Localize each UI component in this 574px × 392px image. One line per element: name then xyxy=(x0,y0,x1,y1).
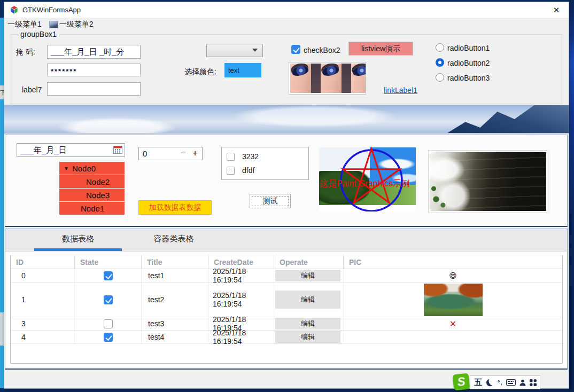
cell-title: test2 xyxy=(142,283,208,317)
sky-banner-image xyxy=(4,105,569,134)
pic-lake-image xyxy=(424,284,483,316)
row-state-checkbox[interactable] xyxy=(104,333,113,342)
checkbox-icon[interactable] xyxy=(227,167,235,175)
grid-header: ID State Title CreateDate Operate PIC xyxy=(11,255,562,269)
numeric-increment-icon[interactable]: + xyxy=(192,148,198,159)
grid-menu-icon[interactable] xyxy=(530,379,537,386)
row-state-checkbox[interactable] xyxy=(104,319,113,328)
mountain-image xyxy=(446,105,569,134)
ime-toolbar: 五 °, xyxy=(470,375,540,389)
label7: label7 xyxy=(22,85,42,94)
tree-node-label: Node2 xyxy=(86,177,110,186)
password-input[interactable]: ******* xyxy=(47,64,141,76)
color-label: 选择颜色: xyxy=(184,67,216,77)
pic-emoji: 😄 xyxy=(449,271,457,280)
edit-button[interactable]: 编辑 xyxy=(275,331,340,343)
cell-title: test1 xyxy=(142,269,208,282)
tree-view: ▼ Node0 Node2 Node3 Node1 xyxy=(59,162,125,215)
checklist-item-3232[interactable]: 3232 xyxy=(222,150,308,163)
cell-title: test4 xyxy=(142,331,208,343)
sogou-ime-logo[interactable]: S xyxy=(453,373,470,391)
radio-button1[interactable] xyxy=(436,43,444,52)
keyboard-icon[interactable] xyxy=(506,379,516,386)
desktop-icon-label: 下 xyxy=(0,85,4,99)
app-icon xyxy=(10,5,19,14)
waterfall-picturebox xyxy=(428,150,548,213)
cell-id: 3 xyxy=(11,317,75,330)
desktop-left-strip xyxy=(0,18,4,312)
tree-node-3[interactable]: Node3 xyxy=(59,189,125,201)
close-icon[interactable]: ✕ xyxy=(550,4,562,16)
grid-panel: 数据表格 容器类表格 ID State Title CreateDate Ope… xyxy=(5,229,568,370)
label7-input[interactable] xyxy=(47,82,141,96)
color-picker-box[interactable]: text xyxy=(224,63,261,77)
combobox[interactable] xyxy=(206,44,263,57)
radio-button3-label: radioButton3 xyxy=(447,74,490,82)
person-icon[interactable] xyxy=(519,379,526,386)
calendar-icon[interactable] xyxy=(113,145,122,156)
cell-createdate: 2025/1/18 16:19:54 xyxy=(208,331,274,343)
col-header-state[interactable]: State xyxy=(75,255,142,269)
moon-icon[interactable] xyxy=(486,379,494,387)
load-data-button[interactable]: 加载数据表数据 xyxy=(138,200,212,215)
checked-listbox: 3232 dfdf xyxy=(221,147,309,180)
listview-demo-button[interactable]: listview演示 xyxy=(348,42,413,56)
col-header-title[interactable]: Title xyxy=(142,255,208,269)
title-bar[interactable]: GTKWinFormsApp ✕ xyxy=(4,2,569,18)
eye-image-tile xyxy=(321,64,351,93)
combobox-value xyxy=(207,45,210,53)
radio-button1-label: radioButton1 xyxy=(447,44,490,52)
numeric-updown[interactable]: 0 − + xyxy=(138,147,203,160)
test-button[interactable]: 测试 xyxy=(250,194,291,208)
ime-punctuation-button[interactable]: °, xyxy=(498,379,502,386)
tree-node-2[interactable]: Node2 xyxy=(59,175,125,188)
tab-strip: 数据表格 容器类表格 xyxy=(5,229,567,252)
app-window: GTKWinFormsApp ✕ 一级菜单1 一级菜单2 groupBox1 掩… xyxy=(4,2,569,388)
checklist-item-label: 3232 xyxy=(242,152,259,161)
edit-button[interactable]: 编辑 xyxy=(275,291,340,309)
numeric-decrement-icon[interactable]: − xyxy=(181,148,186,159)
table-row[interactable]: 4 test4 2025/1/18 16:19:54 编辑 xyxy=(11,331,562,344)
radio-button2[interactable] xyxy=(436,58,444,67)
cell-title: test3 xyxy=(142,317,208,330)
date-picker[interactable]: ___年_月_日 xyxy=(17,143,125,157)
checklist-item-dfdf[interactable]: dfdf xyxy=(222,163,308,177)
table-row[interactable]: 3 test3 2025/1/18 16:19:54 编辑 ✕ xyxy=(11,317,562,331)
eye-image-tile xyxy=(290,64,321,93)
ime-mode-button[interactable]: 五 xyxy=(474,378,482,388)
radio-button3[interactable] xyxy=(436,73,444,82)
checkbox-icon[interactable] xyxy=(227,153,235,161)
row-state-checkbox[interactable] xyxy=(104,271,113,280)
tab-container-grid[interactable]: 容器类表格 xyxy=(143,229,204,248)
table-row[interactable]: 1 test2 2025/1/18 16:19:54 编辑 xyxy=(11,283,562,317)
mask-input[interactable]: ___年_月_日 _时_分 xyxy=(47,45,141,59)
tree-node-label: Node0 xyxy=(72,164,96,173)
table-row[interactable]: 0 test1 2025/1/18 16:19:54 编辑 😄 xyxy=(11,269,562,283)
col-header-id[interactable]: ID xyxy=(11,255,75,269)
checkbox2[interactable] xyxy=(291,45,300,54)
data-grid: ID State Title CreateDate Operate PIC 0 … xyxy=(10,255,563,364)
paint-caption: 这是Paint Graphics示例 xyxy=(320,178,410,190)
col-header-pic[interactable]: PIC xyxy=(344,255,562,269)
cell-id: 1 xyxy=(11,283,75,317)
desktop-left-window-edge xyxy=(0,312,4,346)
link-label1[interactable]: linkLabel1 xyxy=(384,86,417,95)
edit-button[interactable]: 编辑 xyxy=(275,270,340,281)
groupbox1-title: groupBox1 xyxy=(18,30,59,38)
edit-button[interactable]: 编辑 xyxy=(275,318,340,330)
row-state-checkbox[interactable] xyxy=(104,295,113,304)
menu-image-icon xyxy=(49,21,58,28)
menu-item-2[interactable]: 一级菜单2 xyxy=(59,18,97,31)
tab-data-grid[interactable]: 数据表格 xyxy=(34,229,122,248)
controls-panel: ___年_月_日 ▼ Node0 Node2 xyxy=(5,135,568,227)
menu-item-1[interactable]: 一级菜单1 xyxy=(4,18,45,31)
menu-bar: 一级菜单1 一级菜单2 xyxy=(4,18,569,31)
checkbox2-label: checkBox2 xyxy=(304,46,340,54)
mask-label: 掩 码: xyxy=(16,48,35,57)
tree-node-0[interactable]: ▼ Node0 xyxy=(59,162,125,175)
tree-node-label: Node3 xyxy=(86,191,110,200)
tree-expand-icon[interactable]: ▼ xyxy=(64,166,69,171)
cell-createdate: 2025/1/18 16:19:54 xyxy=(208,283,274,317)
col-header-operate[interactable]: Operate xyxy=(274,255,344,269)
tree-node-1[interactable]: Node1 xyxy=(59,202,125,215)
